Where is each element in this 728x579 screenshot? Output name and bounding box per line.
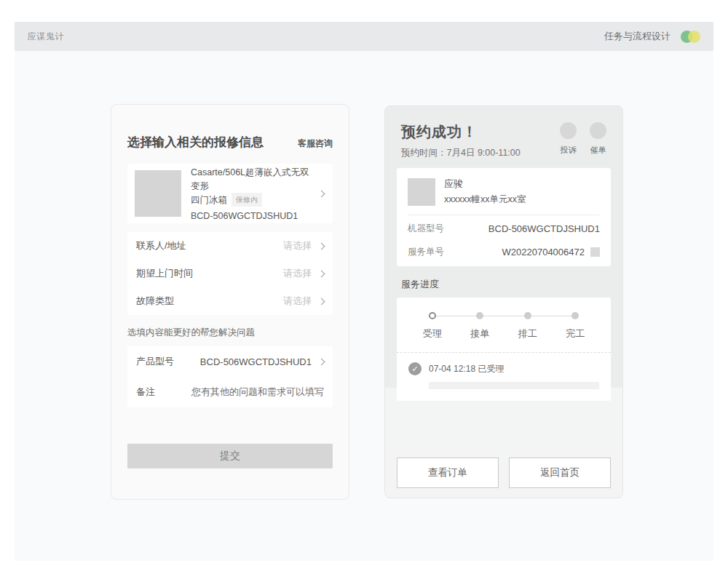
chevron-right-icon <box>318 190 325 197</box>
back-home-button[interactable]: 返回首页 <box>509 458 611 488</box>
contact-row: 应骏 xxxxxx幢xx单元xx室 <box>408 177 600 206</box>
field-row-contact-address[interactable]: 联系人/地址 请选择 <box>127 232 333 260</box>
submit-button[interactable]: 提交 <box>127 444 333 468</box>
avatar <box>408 178 435 206</box>
product-name-line1: Casarte/506L超薄嵌入式无双变形 <box>191 166 309 193</box>
step-dot-icon <box>571 312 579 319</box>
copy-icon[interactable] <box>590 247 600 257</box>
product-card[interactable]: Casarte/506L超薄嵌入式无双变形 四门冰箱保修内 BCD-506WGC… <box>127 164 333 223</box>
progress-log-entry: ✓ 07-04 12:18 已受理 <box>408 362 599 375</box>
repair-form-header: 选择输入相关的报修信息 客服咨询 <box>127 134 333 151</box>
divider <box>408 215 600 215</box>
topbar-right: 任务与流程设计 <box>604 30 700 43</box>
step-order-taken: 接单 <box>456 312 505 340</box>
workspace-label: 任务与流程设计 <box>604 30 670 43</box>
field-placeholder: 请选择 <box>283 295 312 308</box>
field-placeholder: 请选择 <box>283 239 312 252</box>
urge-order-icon <box>590 122 606 139</box>
contact-text: 应骏 xxxxxx幢xx单元xx室 <box>444 177 526 206</box>
service-order-row: 服务单号 W20220704006472 <box>408 241 600 262</box>
step-scheduled: 排工 <box>504 312 552 340</box>
complaint-button[interactable]: 投诉 <box>560 122 577 156</box>
field-row-visit-time[interactable]: 期望上门时间 请选择 <box>127 260 333 287</box>
customer-service-link[interactable]: 客服咨询 <box>298 137 333 150</box>
progress-stepper: 受理 接单 排工 完工 <box>408 312 599 340</box>
booking-footer-buttons: 查看订单 返回首页 <box>397 458 611 488</box>
step-dot-icon <box>524 312 531 319</box>
step-dot-icon <box>476 312 483 319</box>
page-title: 选择输入相关的报修信息 <box>127 134 264 151</box>
chevron-right-icon <box>318 298 325 305</box>
contact-name: 应骏 <box>444 177 526 191</box>
booking-header: 预约成功！ 预约时间：7月4日 9:00-11:00 投诉 催单 <box>397 122 611 159</box>
contact-address: xxxxxx幢xx单元xx室 <box>444 193 526 206</box>
warranty-badge: 保修内 <box>232 193 262 207</box>
service-progress-card: 受理 接单 排工 完工 <box>397 298 611 401</box>
urge-order-button[interactable]: 催单 <box>590 122 606 156</box>
chevron-right-icon <box>318 358 325 365</box>
booking-title: 预约成功！ <box>401 122 521 142</box>
quick-actions: 投诉 催单 <box>560 122 606 156</box>
booking-success-screen: 预约成功！ 预约时间：7月4日 9:00-11:00 投诉 催单 <box>384 105 623 498</box>
field-row-fault-type[interactable]: 故障类型 请选择 <box>127 287 333 315</box>
repair-form-screen: 选择输入相关的报修信息 客服咨询 Casarte/506L超薄嵌入式无双变形 四… <box>111 104 349 500</box>
product-name-line2: 四门冰箱保修内 <box>191 193 309 207</box>
top-bar: 应谋鬼计 任务与流程设计 <box>15 22 713 51</box>
brand-name: 应谋鬼计 <box>28 31 64 43</box>
machine-model-row: 机器型号 BCD-506WGCTDJSHUD1 <box>408 218 600 239</box>
booking-header-text: 预约成功！ 预约时间：7月4日 9:00-11:00 <box>401 122 521 159</box>
step-completed: 完工 <box>552 312 600 340</box>
service-progress-title: 服务进度 <box>401 278 606 291</box>
log-text: 07-04 12:18 已受理 <box>429 363 504 375</box>
optional-section-hint: 选填内容能更好的帮您解决问题 <box>127 327 333 339</box>
app-frame: 应谋鬼计 任务与流程设计 选择输入相关的报修信息 客服咨询 Casarte/50… <box>15 22 713 561</box>
view-order-button[interactable]: 查看订单 <box>397 458 499 488</box>
product-image-placeholder <box>135 170 181 217</box>
brand-logo-icon[interactable] <box>681 31 700 43</box>
canvas-area: 选择输入相关的报修信息 客服咨询 Casarte/506L超薄嵌入式无双变形 四… <box>15 51 713 561</box>
field-placeholder: 请选择 <box>283 267 312 280</box>
field-row-product-model[interactable]: 产品型号 BCD-506WGCTDJSHUD1 <box>127 346 333 377</box>
required-fields-section: 联系人/地址 请选择 期望上门时间 请选择 故障类型 请选择 <box>127 232 333 315</box>
chevron-right-icon <box>318 242 325 249</box>
product-model: BCD-506WGCTDJSHUD1 <box>191 211 309 221</box>
log-status: 已受理 <box>478 364 504 374</box>
order-info-card: 应骏 xxxxxx幢xx单元xx室 机器型号 BCD-506WGCTDJSHUD… <box>397 168 611 266</box>
log-time: 07-04 12:18 <box>429 364 475 374</box>
product-info: Casarte/506L超薄嵌入式无双变形 四门冰箱保修内 BCD-506WGC… <box>191 166 309 221</box>
chevron-right-icon <box>318 270 325 277</box>
step-dot-icon <box>429 312 436 319</box>
log-detail-placeholder <box>429 382 599 389</box>
dashed-divider <box>397 352 611 353</box>
remark-placeholder: 您有其他的问题和需求可以填写 <box>191 386 324 399</box>
step-accepted: 受理 <box>408 312 456 340</box>
booking-time: 预约时间：7月4日 9:00-11:00 <box>401 147 521 159</box>
complaint-icon <box>560 122 577 139</box>
optional-fields-section: 产品型号 BCD-506WGCTDJSHUD1 备注 您有其他的问题和需求可以填… <box>127 346 333 407</box>
design-preview-page: 应谋鬼计 任务与流程设计 选择输入相关的报修信息 客服咨询 Casarte/50… <box>0 0 728 579</box>
check-icon: ✓ <box>408 362 422 375</box>
field-row-remark[interactable]: 备注 您有其他的问题和需求可以填写 <box>127 377 333 407</box>
